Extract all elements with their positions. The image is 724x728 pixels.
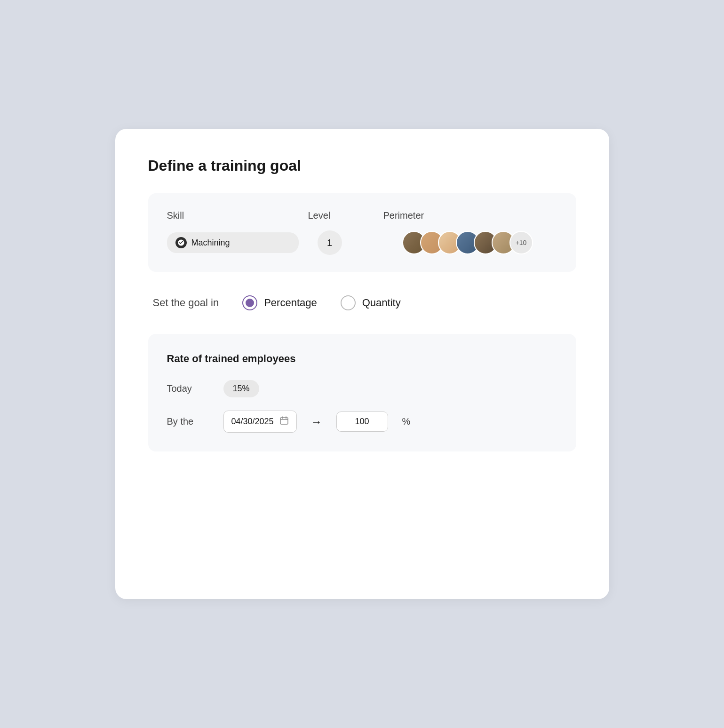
col-header-skill: Skill <box>167 210 308 221</box>
page-title: Define a training goal <box>148 157 576 174</box>
skill-table-row: Machining 1 +10 <box>167 230 557 255</box>
radio-options: Percentage Quantity <box>242 295 400 310</box>
percentage-symbol: % <box>402 416 411 427</box>
today-row: Today 15% <box>167 380 557 397</box>
outer-container: Define a training goal Skill Level Perim… <box>0 0 724 728</box>
calendar-icon <box>279 416 289 427</box>
rate-section-title: Rate of trained employees <box>167 353 557 365</box>
skill-name: Machining <box>191 238 230 248</box>
avatar-more: +10 <box>509 231 533 254</box>
goal-type-section: Set the goal in Percentage Quantity <box>148 295 576 310</box>
level-badge: 1 <box>318 230 342 255</box>
goal-type-label: Set the goal in <box>153 297 219 309</box>
svg-rect-0 <box>280 418 288 424</box>
rate-section: Rate of trained employees Today 15% By t… <box>148 334 576 451</box>
radio-percentage-inner <box>246 299 254 307</box>
today-label: Today <box>167 383 214 394</box>
radio-percentage-label: Percentage <box>264 297 317 309</box>
today-value-badge: 15% <box>223 380 259 397</box>
perimeter-avatars: +10 <box>402 231 576 254</box>
radio-option-quantity[interactable]: Quantity <box>341 295 401 310</box>
by-the-label: By the <box>167 416 214 427</box>
col-header-level: Level <box>308 210 383 221</box>
main-card: Define a training goal Skill Level Perim… <box>115 129 609 599</box>
skill-table-header: Skill Level Perimeter <box>167 210 557 221</box>
date-input[interactable]: 04/30/2025 <box>223 411 297 433</box>
date-value: 04/30/2025 <box>231 417 274 427</box>
skill-cell: Machining <box>167 232 308 253</box>
radio-quantity-outer[interactable] <box>341 295 356 310</box>
radio-quantity-label: Quantity <box>362 297 401 309</box>
radio-option-percentage[interactable]: Percentage <box>242 295 317 310</box>
skill-section: Skill Level Perimeter Machining <box>148 193 576 272</box>
arrow-right-icon: → <box>311 415 322 428</box>
percentage-input[interactable]: 100 <box>336 411 388 432</box>
percentage-value: 100 <box>355 417 369 427</box>
col-header-perimeter: Perimeter <box>383 210 557 221</box>
radio-percentage-outer[interactable] <box>242 295 257 310</box>
badge-check-icon <box>175 237 187 248</box>
skill-badge: Machining <box>167 232 299 253</box>
level-cell: 1 <box>308 230 383 255</box>
by-the-row: By the 04/30/2025 → 100 % <box>167 411 557 433</box>
perimeter-cell: +10 <box>383 231 557 254</box>
